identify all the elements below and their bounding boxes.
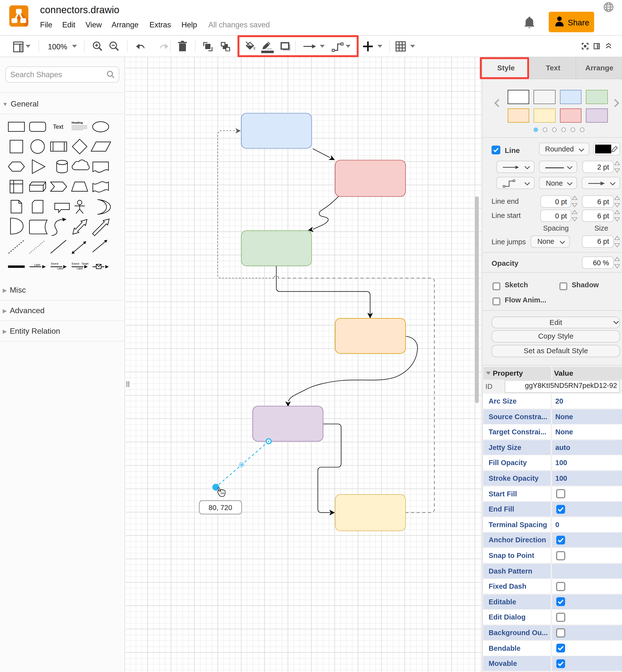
svg-text:Target: Target xyxy=(81,262,89,265)
svg-text:Label: Label xyxy=(77,268,82,270)
svg-text:Source: Source xyxy=(51,262,59,265)
svg-text:Label: Label xyxy=(34,263,40,266)
svg-text:Heading: Heading xyxy=(72,121,83,124)
svg-text:80, 720: 80, 720 xyxy=(208,504,232,511)
svg-text:Source: Source xyxy=(72,262,79,265)
svg-text:Label: Label xyxy=(57,268,63,270)
svg-text:Text: Text xyxy=(53,124,64,130)
